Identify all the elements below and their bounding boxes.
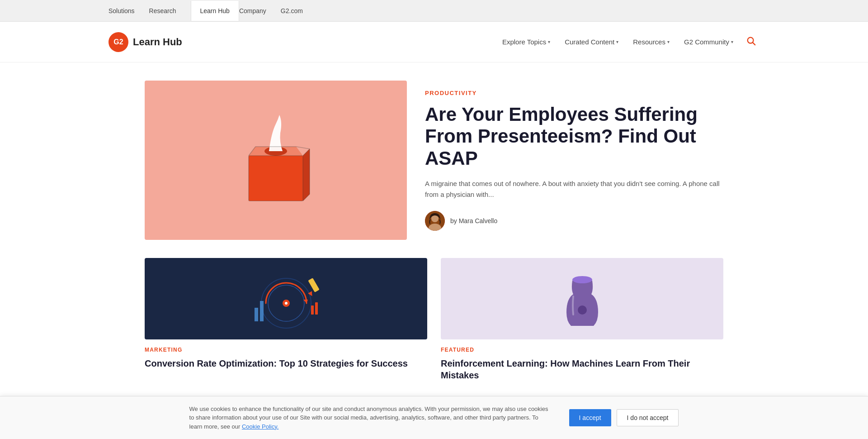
search-button[interactable]: [742, 32, 760, 52]
chevron-down-icon: ▾: [548, 39, 550, 44]
nav-explore-topics[interactable]: Explore Topics ▾: [497, 34, 556, 49]
svg-rect-23: [311, 305, 314, 315]
top-nav-g2[interactable]: G2.com: [281, 5, 303, 16]
top-nav-learnhub[interactable]: Learn Hub: [191, 1, 239, 21]
svg-rect-24: [315, 302, 318, 315]
avatar: [425, 211, 445, 231]
card-grid: MARKETING Conversion Rate Optimization: …: [118, 258, 750, 408]
nav-g2-community[interactable]: G2 Community ▾: [679, 34, 739, 49]
card-marketing[interactable]: MARKETING Conversion Rate Optimization: …: [145, 258, 427, 381]
author-name: by Mara Calvello: [450, 217, 497, 224]
featured-illustration: [537, 262, 627, 335]
svg-line-1: [753, 43, 755, 45]
card-featured[interactable]: FEATURED Reinforcement Learning: How Mac…: [441, 258, 723, 381]
site-header: G2 Learn Hub Explore Topics ▾ Curated Co…: [0, 22, 868, 62]
card-category-marketing: MARKETING: [145, 347, 427, 353]
author-area: by Mara Calvello: [425, 211, 723, 231]
hero-image: [145, 81, 407, 240]
svg-marker-4: [303, 149, 310, 201]
top-navigation: Solutions Research Learn Hub Company G2.…: [0, 0, 868, 22]
svg-rect-2: [249, 156, 303, 201]
svg-rect-21: [255, 308, 258, 321]
chevron-down-icon: ▾: [731, 39, 733, 44]
card-title-featured: Reinforcement Learning: How Machines Lea…: [441, 358, 723, 381]
hero-content: PRODUCTIVITY Are Your Employees Sufferin…: [425, 81, 723, 240]
card-image-marketing: [145, 258, 427, 339]
hero-illustration: [226, 110, 326, 210]
card-title-marketing: Conversion Rate Optimization: Top 10 Str…: [145, 358, 427, 369]
card-body-marketing: MARKETING Conversion Rate Optimization: …: [145, 339, 427, 369]
hero-excerpt: A migraine that comes out of nowhere. A …: [425, 178, 723, 200]
hero-category: PRODUCTIVITY: [425, 90, 723, 96]
logo-link[interactable]: G2 Learn Hub: [108, 32, 182, 52]
svg-line-9: [296, 147, 310, 149]
card-body-featured: FEATURED Reinforcement Learning: How Mac…: [441, 339, 723, 381]
svg-rect-22: [260, 301, 264, 321]
svg-rect-25: [308, 278, 319, 292]
marketing-illustration: [241, 262, 331, 335]
card-category-featured: FEATURED: [441, 347, 723, 353]
chevron-down-icon: ▾: [667, 39, 670, 44]
top-nav-solutions[interactable]: Solutions: [108, 5, 135, 16]
svg-point-27: [572, 276, 592, 283]
nav-resources[interactable]: Resources ▾: [627, 34, 675, 49]
logo-icon: G2: [108, 32, 128, 52]
svg-point-28: [578, 305, 587, 315]
svg-point-20: [285, 302, 288, 305]
hero-title: Are Your Employees Suffering From Presen…: [425, 104, 723, 169]
hero-section: PRODUCTIVITY Are Your Employees Sufferin…: [118, 81, 750, 240]
main-navigation: Explore Topics ▾ Curated Content ▾ Resou…: [497, 32, 760, 52]
site-title: Learn Hub: [133, 36, 182, 48]
cookie-banner: We use cookies to enhance the functional…: [0, 396, 868, 408]
card-image-featured: [441, 258, 723, 339]
top-nav-company[interactable]: Company: [239, 5, 266, 16]
cookie-text: We use cookies to enhance the functional…: [189, 405, 551, 408]
chevron-down-icon: ▾: [616, 39, 618, 44]
top-nav-research[interactable]: Research: [149, 5, 176, 16]
nav-curated-content[interactable]: Curated Content ▾: [559, 34, 624, 49]
